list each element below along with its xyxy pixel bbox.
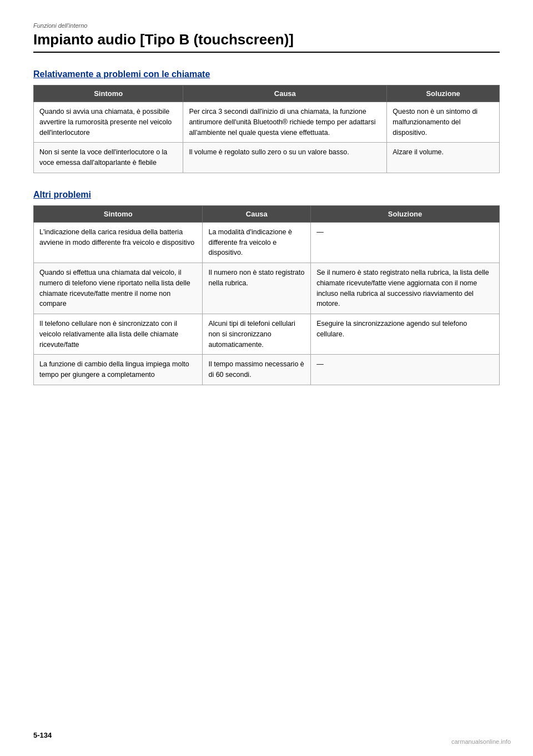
table-row: Il telefono cellulare non è sincronizzat… xyxy=(34,314,500,355)
table-cell-soluzione: Alzare il volume. xyxy=(387,143,500,173)
breadcrumb: Funzioni dell'interno xyxy=(33,22,500,29)
table-row: Quando si effettua una chiamata dal veic… xyxy=(34,263,500,314)
section1-header-sintomo: Sintomo xyxy=(34,85,183,102)
table-cell-causa: La modalità d'indicazione è differente f… xyxy=(203,222,311,263)
page-number: 5-134 xyxy=(33,731,52,739)
table-row: Non si sente la voce dell'interlocutore … xyxy=(34,143,500,173)
table-cell-sintomo: Non si sente la voce dell'interlocutore … xyxy=(34,143,183,173)
table-cell-soluzione: Eseguire la sincronizzazione agendo sul … xyxy=(311,314,500,355)
table-cell-sintomo: Il telefono cellulare non è sincronizzat… xyxy=(34,314,203,355)
table-cell-soluzione: Se il numero è stato registrato nella ru… xyxy=(311,263,500,314)
table-cell-sintomo: L'indicazione della carica residua della… xyxy=(34,222,203,263)
table-cell-causa: Il tempo massimo necessario è di 60 seco… xyxy=(203,355,311,385)
page-title: Impianto audio [Tipo B (touchscreen)] xyxy=(33,31,500,53)
table-cell-soluzione: Questo non è un sintomo di malfunzioname… xyxy=(387,102,500,143)
section2-table: Sintomo Causa Soluzione L'indicazione de… xyxy=(33,205,500,385)
table-cell-soluzione: — xyxy=(311,355,500,385)
table-cell-sintomo: La funzione di cambio della lingua impie… xyxy=(34,355,203,385)
section2-header-soluzione: Soluzione xyxy=(311,205,500,222)
table-cell-causa: Il numero non è stato registrato nella r… xyxy=(203,263,311,314)
table-row: L'indicazione della carica residua della… xyxy=(34,222,500,263)
section2-header-causa: Causa xyxy=(203,205,311,222)
table-cell-causa: Alcuni tipi di telefoni cellulari non si… xyxy=(203,314,311,355)
table-cell-sintomo: Quando si effettua una chiamata dal veic… xyxy=(34,263,203,314)
table-cell-causa: Per circa 3 secondi dall'inizio di una c… xyxy=(183,102,387,143)
section1-title: Relativamente a problemi con le chiamate xyxy=(33,69,500,79)
section2-title: Altri problemi xyxy=(33,190,500,200)
table-cell-soluzione: — xyxy=(311,222,500,263)
watermark: carmanualsonline.info xyxy=(451,738,511,745)
table-row: La funzione di cambio della lingua impie… xyxy=(34,355,500,385)
table-cell-causa: Il volume è regolato sullo zero o su un … xyxy=(183,143,387,173)
section1-header-causa: Causa xyxy=(183,85,387,102)
table-row: Quando si avvia una chiamata, è possibil… xyxy=(34,102,500,143)
table-cell-sintomo: Quando si avvia una chiamata, è possibil… xyxy=(34,102,183,143)
section2-header-sintomo: Sintomo xyxy=(34,205,203,222)
section1-table: Sintomo Causa Soluzione Quando si avvia … xyxy=(33,85,500,173)
section1-header-soluzione: Soluzione xyxy=(387,85,500,102)
